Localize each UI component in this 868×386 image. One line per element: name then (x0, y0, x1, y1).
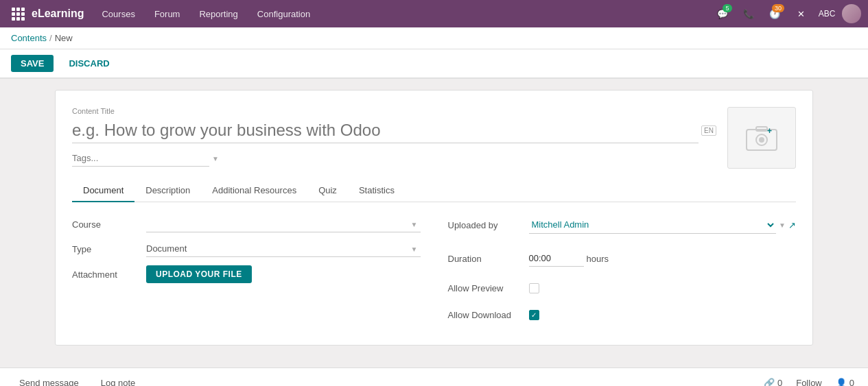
clock-badge: 30 (772, 4, 784, 12)
breadcrumb: Contents / New (0, 27, 868, 49)
clock-icon[interactable]: 🕐 30 (764, 3, 786, 25)
nav-forum[interactable]: Forum (146, 0, 189, 27)
allow-download-checkbox[interactable]: ✓ (529, 310, 539, 320)
breadcrumb-current: New (55, 33, 73, 43)
course-select-wrapper: ▼ (146, 216, 421, 232)
uploaded-by-row: Uploaded by Mitchell Admin ▼ ↗ (448, 216, 797, 234)
form-card: Content Title EN ▼ + (55, 90, 813, 346)
tab-document[interactable]: Document (72, 180, 134, 202)
app-brand[interactable]: eLearning (32, 8, 84, 20)
type-label: Type (72, 244, 141, 254)
follower-count: 👤 0 (836, 378, 854, 386)
duration-value: hours (529, 250, 797, 267)
upload-file-button[interactable]: UPLOAD YOUR FILE (146, 265, 252, 283)
attachment-label: Attachment (72, 269, 141, 280)
allow-download-label: Allow Download (448, 310, 524, 320)
message-count: 🔗 0 (764, 378, 782, 386)
lang-badge: EN (701, 125, 716, 136)
type-row: Type Document Video Presentation Infogra… (72, 241, 421, 257)
chat-badge: 5 (723, 4, 732, 12)
navbar-right: 💬 5 📞 🕐 30 ✕ ABC (712, 3, 861, 25)
nav-reporting[interactable]: Reporting (191, 0, 246, 27)
grid-menu-icon[interactable] (7, 3, 29, 25)
user-initials[interactable]: ABC (816, 3, 838, 25)
tab-bar: Document Description Additional Resource… (72, 180, 796, 202)
tab-description[interactable]: Description (134, 180, 201, 202)
navbar: eLearning Courses Forum Reporting Config… (0, 0, 868, 27)
photo-upload[interactable]: + (727, 107, 796, 169)
right-section: Uploaded by Mitchell Admin ▼ ↗ Duration (448, 216, 797, 328)
tab-additional-resources[interactable]: Additional Resources (201, 180, 307, 202)
allow-preview-value (529, 283, 797, 293)
course-label: Course (72, 219, 141, 230)
breadcrumb-separator: / (49, 33, 52, 43)
phone-icon[interactable]: 📞 (738, 3, 760, 25)
breadcrumb-parent[interactable]: Contents (11, 33, 47, 43)
content-title-label: Content Title (72, 107, 716, 115)
content-title-input[interactable] (72, 118, 699, 143)
uploaded-by-label: Uploaded by (448, 220, 524, 230)
allow-download-row: Allow Download ✓ (448, 310, 797, 320)
tab-quiz[interactable]: Quiz (307, 180, 348, 202)
follow-button[interactable]: Follow (790, 375, 828, 386)
action-bar: SAVE DISCARD (0, 49, 868, 78)
allow-download-value: ✓ (529, 310, 797, 320)
chatter-footer: Send message Log note 🔗 0 Follow 👤 0 (0, 367, 868, 386)
allow-preview-checkbox[interactable] (529, 283, 539, 293)
type-select[interactable]: Document Video Presentation Infographic (146, 241, 421, 257)
chatter-right: 🔗 0 Follow 👤 0 (764, 375, 854, 386)
tags-input[interactable] (72, 150, 209, 167)
tab-statistics[interactable]: Statistics (348, 180, 406, 202)
nav-courses[interactable]: Courses (93, 0, 143, 27)
attachment-value: UPLOAD YOUR FILE (146, 265, 421, 283)
attachment-row: Attachment UPLOAD YOUR FILE (72, 265, 421, 283)
nav-configuration[interactable]: Configuration (249, 0, 318, 27)
main-content: Content Title EN ▼ + (0, 79, 868, 357)
uploaded-by-select[interactable]: Mitchell Admin (529, 216, 777, 234)
hours-label: hours (587, 254, 609, 264)
log-note-button[interactable]: Log note (95, 375, 141, 386)
allow-preview-row: Allow Preview (448, 283, 797, 293)
duration-input[interactable] (529, 250, 584, 267)
uploaded-by-external-link-icon[interactable]: ↗ (788, 220, 796, 230)
chat-icon[interactable]: 💬 5 (712, 3, 734, 25)
app-name: eLearning (32, 8, 84, 20)
save-button[interactable]: SAVE (11, 55, 54, 72)
document-tab-content: Course ▼ Type Document Video (72, 216, 796, 328)
form-header: Content Title EN ▼ + (72, 107, 796, 169)
course-select[interactable] (146, 216, 421, 232)
left-section: Course ▼ Type Document Video (72, 216, 421, 328)
uploaded-by-dropdown-icon[interactable]: ▼ (779, 221, 786, 229)
send-message-button[interactable]: Send message (14, 375, 84, 386)
duration-label: Duration (448, 254, 524, 264)
type-select-wrapper: Document Video Presentation Infographic … (146, 241, 421, 257)
message-icon: 🔗 (764, 378, 775, 386)
follower-icon: 👤 (836, 378, 847, 386)
uploaded-by-value: Mitchell Admin ▼ ↗ (529, 216, 797, 234)
svg-text:+: + (767, 126, 772, 136)
svg-point-2 (759, 137, 764, 143)
course-row: Course ▼ (72, 216, 421, 232)
allow-preview-label: Allow Preview (448, 283, 524, 293)
close-icon[interactable]: ✕ (790, 3, 812, 25)
tags-dropdown-icon[interactable]: ▼ (212, 155, 219, 162)
duration-row: Duration hours (448, 250, 797, 267)
user-avatar[interactable] (842, 4, 861, 23)
discard-button[interactable]: DISCARD (59, 55, 119, 72)
